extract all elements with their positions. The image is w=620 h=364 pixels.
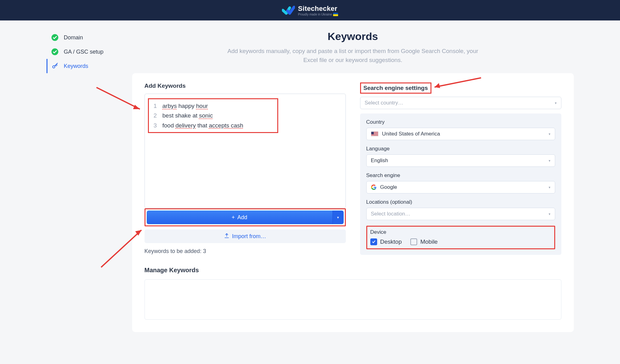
editor-line: 1arbys happy hour bbox=[151, 101, 276, 111]
key-icon bbox=[51, 63, 58, 69]
sidebar-item-keywords[interactable]: Keywords bbox=[47, 59, 132, 73]
search-settings-label: Search engine settings bbox=[360, 82, 431, 94]
add-dropdown-button[interactable]: ▾ bbox=[332, 211, 344, 224]
svg-marker-8 bbox=[435, 83, 440, 88]
upload-icon bbox=[224, 233, 230, 240]
checkmark-logo-icon bbox=[282, 5, 295, 15]
import-button[interactable]: Import from… bbox=[145, 229, 346, 243]
sidebar-item-domain[interactable]: Domain bbox=[47, 30, 132, 45]
country-select[interactable]: United States of America ▾ bbox=[366, 128, 555, 140]
page-title: Keywords bbox=[132, 30, 574, 42]
ukraine-flag-icon bbox=[333, 13, 338, 16]
sidebar-item-ga-gsc[interactable]: GA / GSC setup bbox=[47, 45, 132, 59]
plus-icon: + bbox=[232, 214, 235, 221]
language-label: Language bbox=[366, 146, 555, 152]
manage-keywords-table[interactable] bbox=[145, 279, 561, 320]
language-select[interactable]: English ▾ bbox=[366, 154, 555, 167]
chevron-down-icon: ▾ bbox=[549, 185, 551, 189]
chevron-down-icon: ▾ bbox=[549, 159, 551, 163]
engine-select[interactable]: Google ▾ bbox=[366, 181, 555, 193]
country-label: Country bbox=[366, 119, 555, 125]
mobile-checkbox[interactable]: Mobile bbox=[410, 238, 438, 245]
check-circle-icon bbox=[51, 48, 58, 55]
annotation-arrow-icon bbox=[431, 76, 484, 92]
add-keywords-label: Add Keywords bbox=[145, 82, 346, 89]
brand-logo[interactable]: Sitechecker Proudly made in Ukraine bbox=[282, 5, 338, 16]
desktop-checkbox[interactable]: Desktop bbox=[370, 238, 402, 245]
locations-label: Locations (optional) bbox=[366, 199, 555, 205]
keywords-card: Add Keywords 1arbys happy hour 2best sha… bbox=[132, 73, 574, 332]
svg-line-7 bbox=[435, 78, 481, 87]
country-search-select[interactable]: Select country… ▾ bbox=[360, 97, 561, 109]
engine-label: Search engine bbox=[366, 172, 555, 179]
chevron-down-icon: ▾ bbox=[555, 101, 557, 105]
sidebar-item-label: Keywords bbox=[64, 63, 88, 69]
chevron-down-icon: ▾ bbox=[337, 215, 339, 220]
chevron-down-icon: ▾ bbox=[549, 212, 551, 216]
device-label: Device bbox=[370, 229, 551, 235]
brand-name: Sitechecker bbox=[298, 5, 338, 13]
keywords-count: Keywords to be added: 3 bbox=[145, 248, 346, 255]
google-icon bbox=[371, 184, 377, 190]
add-button[interactable]: + Add bbox=[147, 211, 332, 224]
setup-stepper: Domain GA / GSC setup Keywords bbox=[47, 30, 132, 332]
keywords-editor[interactable]: 1arbys happy hour 2best shake at sonic 3… bbox=[145, 94, 346, 208]
page-description: Add keywords manually, copy and paste a … bbox=[221, 47, 485, 64]
us-flag-icon bbox=[371, 131, 378, 136]
checkbox-checked-icon bbox=[370, 238, 377, 245]
svg-marker-4 bbox=[133, 105, 140, 109]
chevron-down-icon: ▾ bbox=[549, 132, 551, 136]
svg-marker-6 bbox=[135, 230, 141, 236]
sidebar-item-label: Domain bbox=[64, 34, 83, 41]
manage-keywords-label: Manage Keywords bbox=[145, 267, 561, 274]
editor-line: 2best shake at sonic bbox=[151, 111, 276, 120]
checkbox-unchecked-icon bbox=[410, 238, 417, 245]
check-circle-icon bbox=[51, 34, 58, 41]
brand-tagline: Proudly made in Ukraine bbox=[298, 13, 338, 16]
search-settings-panel: Country United States of America ▾ Langu… bbox=[360, 113, 561, 255]
editor-line: 3food delivery that accepts cash bbox=[151, 121, 276, 130]
locations-select[interactable]: Select location… ▾ bbox=[366, 208, 555, 220]
app-header: Sitechecker Proudly made in Ukraine bbox=[0, 0, 620, 20]
sidebar-item-label: GA / GSC setup bbox=[64, 49, 104, 55]
